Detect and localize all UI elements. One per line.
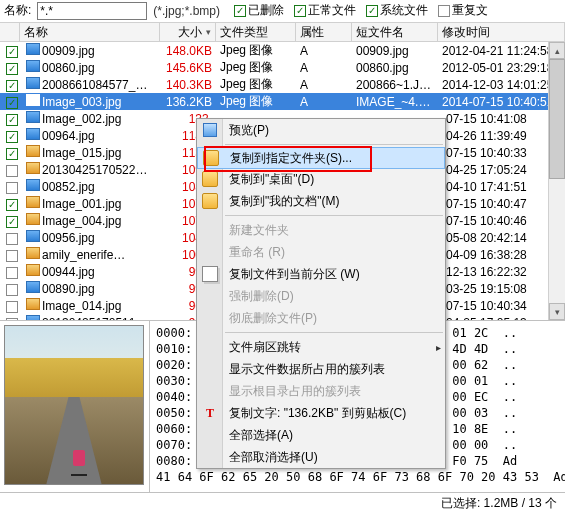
menu-deselect-all[interactable]: 全部取消选择(U) bbox=[197, 446, 445, 468]
file-icon bbox=[26, 145, 40, 157]
copy-icon bbox=[202, 266, 218, 282]
name-label: 名称: bbox=[4, 2, 31, 19]
scroll-up-icon[interactable]: ▴ bbox=[549, 42, 565, 59]
context-menu: 预览(P) 复制到指定文件夹(S)... 复制到"桌面"(D) 复制到"我的文档… bbox=[196, 118, 446, 469]
hdr-attr[interactable]: 属性 bbox=[296, 23, 352, 41]
menu-copy-to-desktop[interactable]: 复制到"桌面"(D) bbox=[197, 168, 445, 190]
hdr-size[interactable]: 大小▾ bbox=[160, 23, 216, 41]
file-icon bbox=[26, 213, 40, 225]
menu-show-clusters[interactable]: 显示文件数据所占用的簇列表 bbox=[197, 358, 445, 380]
row-checkbox[interactable]: ✓ bbox=[6, 114, 18, 126]
file-icon bbox=[26, 298, 40, 310]
file-icon bbox=[26, 196, 40, 208]
chk-normal[interactable]: ✓正常文件 bbox=[294, 2, 356, 19]
table-row[interactable]: ✓2008661084577_…140.3KBJpeg 图像A200866~1.… bbox=[0, 76, 565, 93]
hdr-short[interactable]: 短文件名 bbox=[352, 23, 438, 41]
menu-copy-text[interactable]: T复制文字: "136.2KB" 到剪贴板(C) bbox=[197, 402, 445, 424]
chk-dup[interactable]: ✓重复文 bbox=[438, 2, 488, 19]
row-checkbox[interactable]: ✓ bbox=[6, 318, 18, 321]
row-checkbox[interactable]: ✓ bbox=[6, 199, 18, 211]
hdr-check[interactable] bbox=[0, 23, 20, 41]
preview-icon bbox=[202, 122, 218, 138]
menu-perm-delete: 彻底删除文件(P) bbox=[197, 307, 445, 329]
scroll-thumb[interactable] bbox=[549, 59, 565, 179]
row-checkbox[interactable]: ✓ bbox=[6, 233, 18, 245]
folder-icon bbox=[202, 193, 218, 209]
file-icon bbox=[26, 315, 40, 320]
menu-copy-to-folder[interactable]: 复制到指定文件夹(S)... bbox=[197, 147, 445, 169]
row-checkbox[interactable]: ✓ bbox=[6, 267, 18, 279]
file-icon bbox=[26, 281, 40, 293]
file-icon bbox=[26, 60, 40, 72]
hdr-name[interactable]: 名称 bbox=[20, 23, 160, 41]
scroll-down-icon[interactable]: ▾ bbox=[549, 303, 565, 320]
chk-deleted[interactable]: ✓已删除 bbox=[234, 2, 284, 19]
row-checkbox[interactable]: ✓ bbox=[6, 63, 18, 75]
column-headers: 名称 大小▾ 文件类型 属性 短文件名 修改时间 bbox=[0, 22, 565, 42]
row-checkbox[interactable]: ✓ bbox=[6, 80, 18, 92]
row-checkbox[interactable]: ✓ bbox=[6, 131, 18, 143]
row-checkbox[interactable]: ✓ bbox=[6, 46, 18, 58]
name-filter-input[interactable] bbox=[37, 2, 147, 20]
ext-hint: (*.jpg;*.bmp) bbox=[153, 4, 220, 18]
menu-show-root-clusters: 显示根目录占用的簇列表 bbox=[197, 380, 445, 402]
row-checkbox[interactable]: ✓ bbox=[6, 284, 18, 296]
menu-copy-to-docs[interactable]: 复制到"我的文档"(M) bbox=[197, 190, 445, 212]
folder-icon bbox=[203, 150, 219, 166]
row-checkbox[interactable]: ✓ bbox=[6, 148, 18, 160]
menu-copy-current-part[interactable]: 复制文件到当前分区 (W) bbox=[197, 263, 445, 285]
chk-system[interactable]: ✓系统文件 bbox=[366, 2, 428, 19]
table-row[interactable]: ✓00909.jpg148.0KBJpeg 图像A00909.jpg2012-0… bbox=[0, 42, 565, 59]
file-icon bbox=[26, 94, 40, 106]
submenu-arrow-icon: ▸ bbox=[436, 342, 441, 353]
menu-select-all[interactable]: 全部选择(A) bbox=[197, 424, 445, 446]
table-row[interactable]: ✓Image_003.jpg136.2KBJpeg 图像AIMAGE_~4.JP… bbox=[0, 93, 565, 110]
table-row[interactable]: ✓00860.jpg145.6KBJpeg 图像A00860.jpg2012-0… bbox=[0, 59, 565, 76]
row-checkbox[interactable]: ✓ bbox=[6, 216, 18, 228]
thumbnail-image bbox=[4, 325, 144, 485]
vertical-scrollbar[interactable]: ▴ ▾ bbox=[548, 42, 565, 320]
status-text: 已选择: 1.2MB / 13 个 bbox=[441, 495, 557, 512]
menu-force-delete: 强制删除(D) bbox=[197, 285, 445, 307]
row-checkbox[interactable]: ✓ bbox=[6, 182, 18, 194]
file-icon bbox=[26, 43, 40, 55]
status-bar: 已选择: 1.2MB / 13 个 bbox=[0, 492, 565, 514]
row-checkbox[interactable]: ✓ bbox=[6, 301, 18, 313]
thumbnail-panel bbox=[0, 321, 150, 492]
file-icon bbox=[26, 77, 40, 89]
file-icon bbox=[26, 162, 40, 174]
hdr-type[interactable]: 文件类型 bbox=[216, 23, 296, 41]
filter-toolbar: 名称: (*.jpg;*.bmp) ✓已删除 ✓正常文件 ✓系统文件 ✓重复文 bbox=[0, 0, 565, 22]
file-icon bbox=[26, 128, 40, 140]
file-icon bbox=[26, 230, 40, 242]
folder-icon bbox=[202, 171, 218, 187]
row-checkbox[interactable]: ✓ bbox=[6, 97, 18, 109]
menu-sector-jump[interactable]: 文件扇区跳转▸ bbox=[197, 336, 445, 358]
row-checkbox[interactable]: ✓ bbox=[6, 165, 18, 177]
text-icon: T bbox=[202, 405, 218, 421]
row-checkbox[interactable]: ✓ bbox=[6, 250, 18, 262]
file-icon bbox=[26, 247, 40, 259]
menu-rename: 重命名 (R) bbox=[197, 241, 445, 263]
sort-desc-icon: ▾ bbox=[206, 27, 211, 37]
menu-preview[interactable]: 预览(P) bbox=[197, 119, 445, 141]
file-icon bbox=[26, 111, 40, 123]
menu-new-folder: 新建文件夹 bbox=[197, 219, 445, 241]
hdr-modified[interactable]: 修改时间 bbox=[438, 23, 565, 41]
file-icon bbox=[26, 179, 40, 191]
file-icon bbox=[26, 264, 40, 276]
